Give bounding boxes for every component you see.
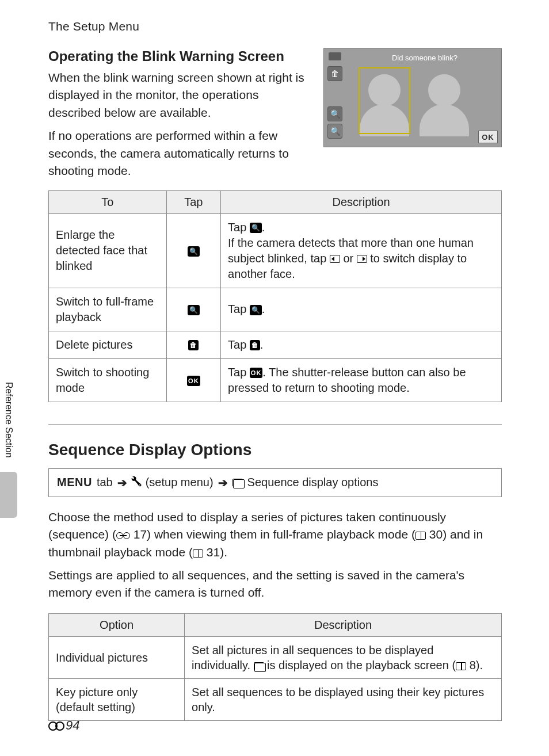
leaf-label: Sequence display options: [247, 476, 379, 489]
section1-para2: If no operations are performed within a …: [48, 127, 312, 180]
setup-menu-label: (setup menu): [146, 476, 214, 489]
table-row: Switch to shooting mode OK Tap OK. The s…: [49, 358, 502, 402]
running-head: The Setup Menu: [48, 20, 502, 33]
link-ref-icon: [116, 532, 130, 539]
side-tab-marker: [0, 472, 17, 518]
person-silhouette: [420, 74, 469, 138]
arrow-icon: ➔: [218, 476, 228, 490]
tab-word: tab: [97, 476, 113, 489]
zoom-out-icon: 🔍: [250, 305, 262, 315]
col-desc: Description: [185, 613, 502, 636]
ok-button-icon: OK: [478, 131, 498, 143]
col-option: Option: [49, 613, 185, 636]
col-to: To: [49, 190, 167, 213]
section1-para1: When the blink warning screen shown at r…: [48, 69, 312, 121]
prev-face-icon: [330, 255, 340, 263]
cell-tap: OK: [166, 358, 220, 402]
cell-desc: Tap OK. The shutter-release button can a…: [221, 358, 502, 402]
cell-desc: Tap 🔍.: [221, 288, 502, 331]
cell-desc: Set all pictures in all sequences to be …: [185, 636, 502, 678]
link-ref-icon: [48, 721, 64, 730]
cell-desc: Tap 🔍. If the camera detects that more t…: [221, 213, 502, 288]
zoom-out-icon: 🔍: [188, 305, 200, 315]
arrow-icon: ➔: [117, 476, 127, 490]
zoom-out-icon: 🔍: [327, 124, 342, 139]
cell-to: Switch to shooting mode: [49, 358, 167, 402]
table-row: Key picture only (default setting) Set a…: [49, 678, 502, 720]
blink-warning-screenshot: Did someone blink? 🗑 🔍 🔍 OK: [323, 48, 502, 147]
sequence-icon: [254, 662, 264, 670]
blink-caption: Did someone blink?: [353, 54, 497, 63]
section2-para2: Settings are applied to all sequences, a…: [48, 567, 502, 602]
cell-to: Switch to full-frame playback: [49, 288, 167, 331]
section2-heading: Sequence Display Options: [48, 441, 502, 459]
menu-path: MENU tab ➔ (setup menu) ➔ Sequence displ…: [48, 468, 502, 497]
table-row: Enlarge the detected face that blinked 🔍…: [49, 213, 502, 288]
ok-icon: OK: [187, 376, 200, 386]
sequence-icon: [232, 479, 243, 487]
zoom-in-icon: 🔍: [250, 223, 262, 233]
col-tap: Tap: [166, 190, 220, 213]
trash-icon: 🗑: [327, 66, 342, 81]
section2-para1: Choose the method used to display a seri…: [48, 509, 502, 561]
next-face-icon: [357, 255, 367, 263]
cell-option: Individual pictures: [49, 636, 185, 678]
ok-icon: OK: [250, 368, 263, 378]
table-row: Individual pictures Set all pictures in …: [49, 636, 502, 678]
page-number: 94: [66, 718, 79, 733]
side-tab-label: Reference Section: [0, 368, 17, 472]
wrench-icon: [132, 478, 141, 488]
cell-option: Key picture only (default setting): [49, 678, 185, 720]
cell-desc: Tap 🗑.: [221, 331, 502, 358]
zoom-in-icon: 🔍: [327, 106, 342, 121]
section-divider: [48, 424, 502, 425]
cell-tap: 🔍: [166, 288, 220, 331]
face-highlight-box: [359, 67, 410, 134]
section1-heading: Operating the Blink Warning Screen: [48, 48, 312, 64]
trash-icon: 🗑: [250, 340, 260, 350]
trash-icon: 🗑: [188, 340, 199, 350]
book-ref-icon: [193, 549, 203, 558]
cell-tap: 🔍: [166, 213, 220, 288]
zoom-in-icon: 🔍: [188, 246, 200, 257]
cell-tap: 🗑: [166, 331, 220, 358]
book-ref-icon: [456, 662, 466, 670]
cell-to: Delete pictures: [49, 331, 167, 358]
cell-to: Enlarge the detected face that blinked: [49, 213, 167, 288]
page-footer: 94: [48, 718, 79, 733]
menu-label: MENU: [57, 476, 92, 489]
cell-desc: Set all sequences to be displayed using …: [185, 678, 502, 720]
book-ref-icon: [415, 532, 426, 540]
options-table: Option Description Individual pictures S…: [48, 613, 502, 721]
operations-table: To Tap Description Enlarge the detected …: [48, 190, 502, 402]
col-desc: Description: [221, 190, 502, 213]
table-row: Delete pictures 🗑 Tap 🗑.: [49, 331, 502, 358]
back-icon: [329, 52, 341, 60]
table-row: Switch to full-frame playback 🔍 Tap 🔍.: [49, 288, 502, 331]
